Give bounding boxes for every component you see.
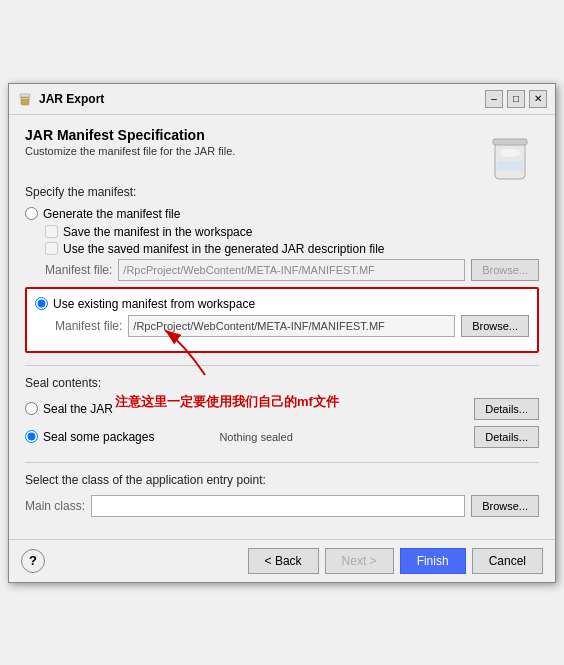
svg-rect-6 (497, 161, 523, 171)
annotation-arrow (145, 325, 245, 385)
save-manifest-checkbox[interactable] (45, 225, 58, 238)
browse-button-existing[interactable]: Browse... (461, 315, 529, 337)
seal-label: Seal contents: (25, 376, 539, 390)
specify-manifest-label: Specify the manifest: (25, 185, 539, 199)
svg-rect-2 (22, 98, 28, 99)
title-bar-left: JAR Export (17, 91, 104, 107)
help-button[interactable]: ? (21, 549, 45, 573)
jar-graphic (485, 129, 535, 185)
back-button[interactable]: < Back (248, 548, 319, 574)
svg-rect-1 (20, 94, 30, 97)
divider-2 (25, 462, 539, 463)
nothing-sealed-text: Nothing sealed (219, 431, 292, 443)
entry-point-label: Select the class of the application entr… (25, 473, 539, 487)
main-class-row: Main class: Browse... (25, 495, 539, 517)
page-title: JAR Manifest Specification (25, 127, 235, 143)
finish-button[interactable]: Finish (400, 548, 466, 574)
browse-button-disabled[interactable]: Browse... (471, 259, 539, 281)
seal-section: Seal contents: Seal the JAR Details... S… (25, 376, 539, 448)
maximize-button[interactable]: □ (507, 90, 525, 108)
page-subtitle: Customize the manifest file for the JAR … (25, 145, 235, 157)
existing-manifest-row: Use existing manifest from workspace (35, 297, 529, 311)
manifest-file-label-disabled: Manifest file: (45, 263, 112, 277)
main-class-label: Main class: (25, 499, 85, 513)
main-class-input[interactable] (91, 495, 465, 517)
annotation-text: 注意这里一定要使用我们自己的mf文件 (115, 393, 339, 411)
seal-packages-radio[interactable] (25, 430, 38, 443)
dialog-footer: ? < Back Next > Finish Cancel (9, 539, 555, 582)
save-manifest-row: Save the manifest in the workspace (45, 225, 539, 239)
seal-jar-details-button[interactable]: Details... (474, 398, 539, 420)
save-manifest-label: Save the manifest in the workspace (63, 225, 252, 239)
seal-jar-label: Seal the JAR (43, 402, 113, 416)
entry-point-section: Select the class of the application entr… (25, 473, 539, 517)
close-button[interactable]: ✕ (529, 90, 547, 108)
title-bar-controls: – □ ✕ (485, 90, 547, 108)
manifest-file-label-existing: Manifest file: (55, 319, 122, 333)
jar-title-icon (17, 91, 33, 107)
existing-manifest-box: Use existing manifest from workspace Man… (25, 287, 539, 353)
dialog-content: JAR Manifest Specification Customize the… (9, 115, 555, 539)
use-saved-manifest-label: Use the saved manifest in the generated … (63, 242, 385, 256)
seal-packages-details-button[interactable]: Details... (474, 426, 539, 448)
manifest-file-row-disabled: Manifest file: Browse... (45, 259, 539, 281)
seal-packages-label: Seal some packages (43, 430, 154, 444)
use-saved-manifest-checkbox[interactable] (45, 242, 58, 255)
seal-packages-row: Seal some packages Nothing sealed Detail… (25, 426, 539, 448)
minimize-button[interactable]: – (485, 90, 503, 108)
window-title: JAR Export (39, 92, 104, 106)
next-button[interactable]: Next > (325, 548, 394, 574)
manifest-file-row-existing: Manifest file: Browse... (55, 315, 529, 337)
divider-1 (25, 365, 539, 366)
generate-manifest-row: Generate the manifest file (25, 207, 539, 221)
generate-manifest-label: Generate the manifest file (43, 207, 180, 221)
seal-jar-radio[interactable] (25, 402, 38, 415)
title-bar: JAR Export – □ ✕ (9, 84, 555, 115)
svg-point-5 (500, 149, 520, 157)
cancel-button[interactable]: Cancel (472, 548, 543, 574)
generate-manifest-radio[interactable] (25, 207, 38, 220)
svg-rect-0 (21, 96, 29, 105)
footer-buttons: < Back Next > Finish Cancel (248, 548, 543, 574)
svg-rect-4 (493, 139, 527, 145)
use-saved-manifest-row: Use the saved manifest in the generated … (45, 242, 539, 256)
existing-manifest-label: Use existing manifest from workspace (53, 297, 255, 311)
manifest-file-input-disabled (118, 259, 465, 281)
existing-manifest-radio[interactable] (35, 297, 48, 310)
main-class-browse-button[interactable]: Browse... (471, 495, 539, 517)
jar-export-window: JAR Export – □ ✕ JAR Manifest Specificat… (8, 83, 556, 583)
